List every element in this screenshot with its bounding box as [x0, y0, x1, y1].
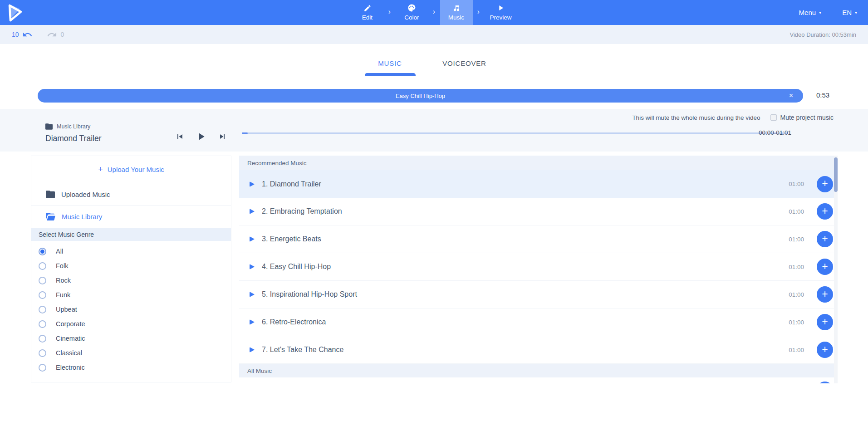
- track-row[interactable]: 3. Energetic Beats 01:00 +: [239, 225, 834, 253]
- track-duration: 01:00: [789, 291, 804, 298]
- track-title: 6. Retro-Electronica: [262, 318, 326, 326]
- track-row[interactable]: 5. Inspirational Hip-Hop Sport 01:00 +: [239, 281, 834, 308]
- radio-button-icon[interactable]: [39, 320, 46, 328]
- track-row[interactable]: 4. Easy Chill Hip-Hop 01:00 +: [239, 253, 834, 281]
- genre-label: Upbeat: [56, 306, 77, 313]
- play-track-icon[interactable]: [250, 292, 255, 297]
- genre-radio-option[interactable]: Cinematic: [31, 331, 231, 346]
- language-dropdown[interactable]: EN ▾: [842, 9, 857, 16]
- play-track-icon[interactable]: [250, 181, 255, 187]
- track-duration: 01:00: [789, 181, 804, 187]
- add-track-button[interactable]: +: [817, 176, 833, 192]
- genre-label: Funk: [56, 291, 70, 299]
- folder-item-music-library[interactable]: Music Library: [31, 206, 231, 228]
- track-title: 1. Diamond Trailer: [262, 180, 321, 188]
- radio-button-icon[interactable]: [39, 248, 46, 255]
- selected-music-chip[interactable]: Easy Chill Hip-Hop ×: [38, 89, 803, 103]
- skip-previous-button[interactable]: [175, 132, 184, 141]
- track-row[interactable]: 2. Embracing Temptation 01:00 +: [239, 198, 834, 225]
- upload-music-button[interactable]: + Upload Your Music: [31, 156, 231, 183]
- radio-button-icon[interactable]: [39, 349, 46, 357]
- genre-radio-option[interactable]: Classical: [31, 346, 231, 360]
- scrollbar-track[interactable]: [834, 156, 838, 383]
- chevron-right-icon: ›: [473, 0, 485, 25]
- track-row[interactable]: 6. Retro-Electronica 01:00 +: [239, 308, 834, 336]
- add-track-button[interactable]: +: [817, 382, 833, 383]
- nav-item-color[interactable]: Color: [396, 0, 428, 25]
- mute-checkbox[interactable]: [770, 114, 777, 121]
- upload-music-label: Upload Your Music: [108, 166, 164, 173]
- add-track-button[interactable]: +: [817, 314, 833, 330]
- genre-radio-option[interactable]: Folk: [31, 259, 231, 273]
- radio-button-icon[interactable]: [39, 291, 46, 299]
- all-music-header: All Music: [239, 364, 834, 377]
- play-logo-icon[interactable]: [6, 3, 25, 23]
- pencil-icon: [363, 4, 372, 12]
- play-track-icon[interactable]: [250, 236, 255, 242]
- radio-button-icon[interactable]: [39, 262, 46, 270]
- folder-item-uploaded-music[interactable]: Uploaded Music: [31, 183, 231, 206]
- tab-music[interactable]: MUSIC: [365, 44, 416, 76]
- add-track-button[interactable]: +: [817, 259, 833, 275]
- add-track-button[interactable]: +: [817, 342, 833, 358]
- partial-track-row: +: [239, 377, 834, 383]
- radio-button-icon[interactable]: [39, 335, 46, 343]
- nav-label: Edit: [362, 14, 373, 21]
- genre-radio-option[interactable]: Funk: [31, 288, 231, 302]
- play-button[interactable]: [195, 131, 207, 142]
- nav-label: Music: [448, 14, 464, 21]
- tab-voiceover[interactable]: VOICEOVER: [435, 44, 495, 76]
- selected-music-row: Easy Chill Hip-Hop × 0:53: [0, 89, 868, 103]
- player-time-range: 00:00-01:01: [759, 129, 791, 136]
- nav-item-music[interactable]: Music: [440, 0, 473, 25]
- progress-handle[interactable]: [242, 132, 248, 134]
- skip-next-button[interactable]: [218, 132, 227, 141]
- add-track-button[interactable]: +: [817, 286, 833, 303]
- nav-item-edit[interactable]: Edit: [351, 0, 384, 25]
- genre-radio-option[interactable]: Corporate: [31, 317, 231, 331]
- remove-music-button[interactable]: ×: [789, 89, 793, 103]
- genre-radio-option[interactable]: Rock: [31, 273, 231, 288]
- genre-label: All: [56, 248, 63, 255]
- menu-label: Menu: [799, 9, 816, 16]
- scrollbar-thumb[interactable]: [834, 157, 838, 192]
- genre-radio-option[interactable]: Electronic: [31, 360, 231, 375]
- folder-label: Music Library: [62, 213, 102, 220]
- language-label: EN: [842, 9, 852, 16]
- play-track-icon[interactable]: [250, 347, 255, 352]
- play-track-icon[interactable]: [250, 319, 255, 325]
- play-track-icon[interactable]: [250, 209, 255, 214]
- menu-dropdown[interactable]: Menu ▾: [799, 9, 822, 16]
- recommended-music-header: Recommended Music: [239, 156, 834, 170]
- music-library-sidebar: + Upload Your Music Uploaded Music Music…: [31, 156, 231, 382]
- selected-music-duration: 0:53: [816, 91, 829, 99]
- radio-button-icon[interactable]: [39, 277, 46, 284]
- track-list-panel: Recommended Music 1. Diamond Trailer 01:…: [239, 156, 834, 383]
- mute-note: This will mute the whole music during th…: [632, 114, 760, 121]
- add-track-button[interactable]: +: [817, 203, 833, 220]
- undo-button[interactable]: [22, 29, 33, 40]
- audio-tabs: MUSIC VOICEOVER: [0, 44, 863, 76]
- radio-button-icon[interactable]: [39, 364, 46, 372]
- tab-voiceover-label: VOICEOVER: [442, 59, 486, 67]
- genre-radio-option[interactable]: All: [31, 244, 231, 259]
- redo-count: 0: [61, 31, 64, 38]
- track-duration: 01:00: [789, 236, 804, 243]
- redo-button[interactable]: [47, 29, 58, 40]
- nav-item-preview[interactable]: Preview: [485, 0, 517, 25]
- mute-row: This will mute the whole music during th…: [632, 114, 834, 121]
- header-right: Menu ▾ EN ▾: [799, 0, 857, 25]
- progress-bar[interactable]: [242, 132, 788, 134]
- recommended-track-rows: 1. Diamond Trailer 01:00 + 2. Embracing …: [239, 170, 834, 364]
- video-editor-app: Edit › Color › Music › Previe: [0, 0, 868, 421]
- track-row[interactable]: 7. Let's Take The Chance 01:00 +: [239, 336, 834, 364]
- play-track-icon[interactable]: [250, 264, 255, 269]
- add-track-button[interactable]: +: [817, 231, 833, 247]
- mute-label: Mute project music: [780, 114, 834, 121]
- track-duration: 01:00: [789, 264, 804, 270]
- track-row[interactable]: 1. Diamond Trailer 01:00 +: [239, 170, 834, 198]
- undo-count: 10: [12, 31, 19, 38]
- genre-radio-option[interactable]: Upbeat: [31, 302, 231, 317]
- track-title: 4. Easy Chill Hip-Hop: [262, 263, 331, 271]
- radio-button-icon[interactable]: [39, 306, 46, 313]
